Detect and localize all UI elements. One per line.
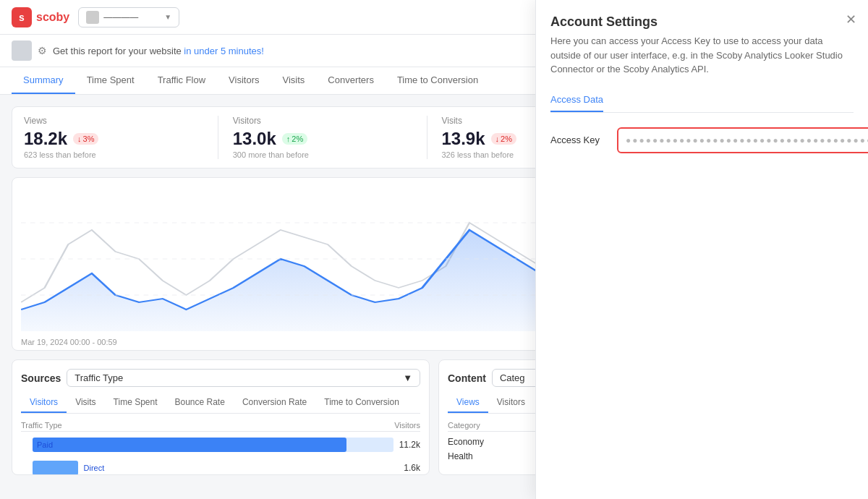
health-label: Health [448,451,473,461]
tab-time-to-conversion[interactable]: Time to Conversion [386,67,490,94]
logo: s scoby [12,7,69,27]
sources-tab-bounce-rate[interactable]: Bounce Rate [166,393,234,413]
visits-arrow-icon: ↓ [495,135,500,143]
traffic-type-dropdown[interactable]: Traffic Type ▼ [67,369,420,387]
stat-visits-value: 13.9k [442,129,485,149]
tab-visitors[interactable]: Visitors [217,67,271,94]
account-settings-panel: ✕ Account Settings Here you can access y… [535,0,868,499]
content-tab-views[interactable]: Views [448,393,488,413]
stat-visitors-label: Visitors [233,116,412,126]
logo-icon: s [12,7,32,27]
account-nav: Access Data [550,88,854,113]
page-wrapper: s scoby ———— ▼ 18 current visitors ⚙ Get… [0,0,868,499]
account-settings-description: Here you can access your Access Key to u… [550,34,854,77]
access-key-label: Access Key [550,135,608,145]
stat-views-badge: ↓ 3% [73,133,98,145]
tab-time-spent[interactable]: Time Spent [75,67,146,94]
sources-panel-title: Sources [21,372,61,384]
access-data-nav-item[interactable]: Access Data [550,88,603,112]
sources-panel: Sources Traffic Type ▼ Visitors Visits T… [12,359,430,475]
stat-views: Views 18.2k ↓ 3% 623 less than before [24,116,218,159]
views-arrow-icon: ↓ [77,135,82,143]
sub-header-text: Get this report for your website in unde… [53,46,264,56]
setup-link[interactable]: in under 5 minutes! [184,46,264,56]
sources-panel-header: Sources Traffic Type ▼ [21,369,420,387]
traffic-type-label: Traffic Type [75,372,123,383]
site-name: ———— [103,12,160,22]
app-name: scoby [36,11,69,24]
stat-visitors-badge: ↑ 2% [282,133,307,145]
content-col-category: Category [448,421,480,430]
sources-tab-time-to-conversion[interactable]: Time to Conversion [315,393,408,413]
sources-panel-tabs: Visitors Visits Time Spent Bounce Rate C… [21,393,420,414]
site-thumbnail [86,11,99,24]
content-panel-title: Content [448,372,486,384]
stat-visitors-sub: 300 more than before [233,150,412,159]
content-tab-visitors[interactable]: Visitors [488,393,534,413]
tab-visits[interactable]: Visits [271,67,316,94]
account-settings-title: Account Settings [550,14,854,30]
stat-visitors-value: 13.0k [233,129,276,149]
access-key-value: ●●●●●●●●●●●●●●●●●●●●●●●●●●●●●●●●●●●●●●● [626,135,868,145]
website-selector[interactable]: ———— ▼ [78,7,179,27]
paid-value: 11.2k [399,440,420,450]
close-button[interactable]: ✕ [846,12,856,27]
table-row: Paid 11.2k [21,435,420,455]
settings-icon[interactable]: ⚙ [38,45,47,56]
stat-views-value: 18.2k [24,129,67,149]
dropdown-chevron-icon: ▼ [403,372,412,383]
direct-label: Direct [84,464,105,472]
access-key-row: Access Key ●●●●●●●●●●●●●●●●●●●●●●●●●●●●●… [550,127,854,153]
access-key-box: ●●●●●●●●●●●●●●●●●●●●●●●●●●●●●●●●●●●●●●● … [617,127,868,153]
site-logo-small [12,40,32,61]
sources-tab-conversion-rate[interactable]: Conversion Rate [234,393,315,413]
economy-label: Economy [448,437,484,447]
sources-col-type: Traffic Type [21,421,62,430]
tab-converters[interactable]: Converters [316,67,386,94]
category-label: Categ [500,372,525,383]
direct-value: 1.6k [404,463,420,473]
tab-summary[interactable]: Summary [12,67,75,94]
tab-traffic-flow[interactable]: Traffic Flow [146,67,217,94]
sources-col-visitors: Visitors [394,421,420,430]
sources-tab-time-spent[interactable]: Time Spent [105,393,166,413]
chevron-down-icon: ▼ [164,13,171,21]
table-row: Direct 1.6k [21,458,420,475]
stat-views-sub: 623 less than before [24,150,203,159]
stat-visitors: Visitors 13.0k ↑ 2% 300 more than before [218,116,427,159]
sources-tab-visitors[interactable]: Visitors [21,393,67,413]
stat-views-label: Views [24,116,203,126]
visitors-arrow-icon: ↑ [286,135,291,143]
stat-visits-badge: ↓ 2% [491,133,516,145]
sources-tab-visits[interactable]: Visits [67,393,104,413]
paid-label: Paid [37,440,53,449]
sources-table-header: Traffic Type Visitors [21,419,420,432]
